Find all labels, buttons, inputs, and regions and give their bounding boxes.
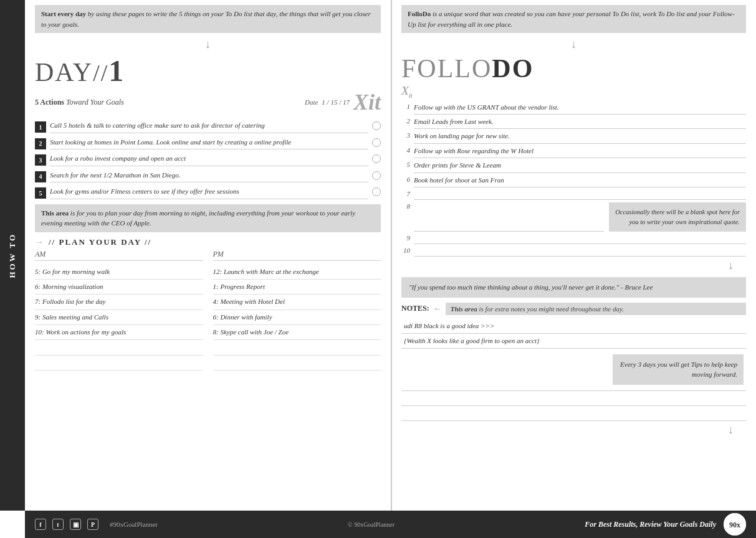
follo-num-10: 10 bbox=[401, 247, 410, 254]
follo-item-8-row: Occasionally there will be a blank spot … bbox=[414, 202, 746, 232]
follo-text-6: Book hotel for shoot at San Fran bbox=[414, 176, 746, 187]
notes-arrow-icon: ← bbox=[433, 304, 442, 314]
day-number: 1 bbox=[108, 54, 125, 88]
five-actions-rest: Toward Your Goals bbox=[64, 98, 124, 106]
notes-header: NOTES: ← This area is for extra notes yo… bbox=[401, 303, 746, 315]
quote-box: "If you spend too much time thinking abo… bbox=[401, 277, 746, 298]
action-item-5: 5 Look for gyms and/or Fitness centers t… bbox=[35, 186, 381, 199]
notes-section: NOTES: ← This area is for extra notes yo… bbox=[401, 303, 746, 421]
twitter-icon: t bbox=[52, 519, 64, 530]
pm-item-2: 1: Progress Report bbox=[213, 280, 381, 295]
follo-item-1: 1 Follow up with the US GRANT about the … bbox=[401, 103, 746, 115]
main-content: Start every day by using these pages to … bbox=[25, 0, 756, 511]
notes-item-5 bbox=[401, 406, 746, 421]
follo-item-5: 5 Order prints for Steve & Leeam bbox=[401, 161, 746, 172]
follo-text-3: Work on landing page for new site. bbox=[414, 131, 746, 143]
notes-label: NOTES: bbox=[401, 304, 429, 313]
action-text-4: Search for the next 1/2 Marathon in San … bbox=[50, 170, 368, 183]
follo-item-2: 2 Email Leads from Last week. bbox=[401, 117, 746, 129]
action-num-2: 2 bbox=[35, 138, 46, 149]
day-heading: DAY // 1 bbox=[35, 54, 381, 88]
action-num-5: 5 bbox=[35, 187, 46, 199]
intro-rest: by using these pages to write the 5 thin… bbox=[41, 10, 371, 28]
follo-num-9: 9 bbox=[401, 234, 410, 242]
notes-desc-bold: This area bbox=[451, 305, 477, 313]
arrow-down: ↓ bbox=[35, 38, 381, 51]
action-item-3: 3 Look for a robo invest company and ope… bbox=[35, 153, 381, 166]
follo-empty-10 bbox=[414, 247, 746, 257]
am-item-2: 6: Morning visualization bbox=[35, 280, 203, 295]
follo-empty-7 bbox=[414, 190, 746, 200]
follo-light: FOLLO bbox=[401, 54, 492, 83]
action-item-1: 1 Call 5 hotels & talk to catering offic… bbox=[35, 120, 381, 133]
follo-num-1: 1 bbox=[401, 103, 410, 110]
hashtag: #90xGoalPlanner bbox=[110, 521, 158, 528]
plan-intro: This area is for you to plan your day fr… bbox=[35, 204, 381, 232]
sidebar: HOW TO bbox=[0, 0, 25, 511]
day-word: DAY bbox=[35, 57, 93, 87]
instagram-icon: ▣ bbox=[70, 519, 81, 530]
follo-text-2: Email Leads from Last week. bbox=[414, 117, 746, 129]
follo-item-7: 7 bbox=[401, 190, 746, 200]
follo-item-6: 6 Book hotel for shoot at San Fran bbox=[401, 176, 746, 187]
left-panel: Start every day by using these pages to … bbox=[25, 0, 391, 511]
follo-intro-rest: is a unique word that was created so you… bbox=[408, 10, 735, 28]
notes-desc-rest: is for extra notes you might need throug… bbox=[477, 305, 624, 313]
action-text-5: Look for gyms and/or Fitness centers to … bbox=[50, 186, 368, 199]
am-item-1: 5: Go for my morning walk bbox=[35, 265, 203, 280]
svg-text:90x: 90x bbox=[729, 521, 740, 529]
follo-num-7: 7 bbox=[401, 190, 410, 197]
date-value: 1 / 15 / 17 bbox=[322, 98, 350, 106]
follo-item-3: 3 Work on landing page for new site. bbox=[401, 131, 746, 143]
follo-item-9: 9 bbox=[401, 234, 746, 244]
plan-heading-row: → // PLAN YOUR DAY // bbox=[35, 235, 381, 250]
sidebar-label: HOW TO bbox=[7, 233, 17, 278]
follo-num-8: 8 bbox=[401, 202, 410, 210]
am-item-7 bbox=[35, 356, 203, 370]
right-panel: FolloDo is a unique word that was create… bbox=[391, 0, 756, 511]
intro-box: Start every day by using these pages to … bbox=[35, 5, 381, 33]
pm-column: PM 12: Launch with Marc at the exchange … bbox=[213, 250, 381, 371]
footer: f t ▣ P #90xGoalPlanner © 90xGoalPlanner… bbox=[25, 511, 756, 538]
follo-intro-box: FolloDo is a unique word that was create… bbox=[401, 5, 746, 33]
five-actions-text: 5 Actions Toward Your Goals bbox=[35, 98, 124, 107]
tips-callout: Every 3 days you will get Tips to help k… bbox=[613, 354, 744, 385]
follo-text-1: Follow up with the US GRANT about the ve… bbox=[414, 103, 746, 115]
notes-item-4 bbox=[401, 391, 746, 406]
action-text-1: Call 5 hotels & talk to catering office … bbox=[50, 120, 368, 133]
pm-header: PM bbox=[213, 250, 381, 261]
footer-left: f t ▣ P #90xGoalPlanner bbox=[35, 519, 158, 530]
footer-right-group: For Best Results, Review Your Goals Dail… bbox=[585, 513, 746, 536]
pm-item-1: 12: Launch with Marc at the exchange bbox=[213, 265, 381, 280]
plan-arrow: → bbox=[35, 237, 44, 247]
follo-num-2: 2 bbox=[401, 117, 410, 125]
action-item-4: 4 Search for the next 1/2 Marathon in Sa… bbox=[35, 170, 381, 183]
follo-heading: FOLLODO bbox=[401, 54, 746, 83]
follo-num-6: 6 bbox=[401, 176, 410, 183]
follo-items-container: 1 Follow up with the US GRANT about the … bbox=[401, 103, 746, 257]
bottom-arrow: ↓ bbox=[401, 423, 746, 437]
follo-bold: DO bbox=[492, 54, 534, 83]
plan-heading: // PLAN YOUR DAY // bbox=[49, 237, 151, 247]
action-text-2: Start looking at homes in Point Loma. Lo… bbox=[50, 137, 368, 150]
am-header: AM bbox=[35, 250, 203, 261]
xit-large: Xit bbox=[353, 89, 381, 115]
action-num-3: 3 bbox=[35, 154, 46, 166]
action-text-3: Look for a robo invest company and open … bbox=[50, 153, 368, 166]
action-circle-5 bbox=[372, 187, 381, 196]
notes-desc: This area is for extra notes you might n… bbox=[446, 303, 746, 315]
am-item-4: 9: Sales meeting and Calls bbox=[35, 310, 203, 325]
am-column: AM 5: Go for my morning walk 6: Morning … bbox=[35, 250, 203, 371]
pm-item-7 bbox=[213, 356, 381, 370]
action-circle-1 bbox=[372, 121, 381, 130]
follo-num-4: 4 bbox=[401, 146, 410, 154]
pinterest-icon: P bbox=[87, 519, 98, 530]
footer-tagline: For Best Results, Review Your Goals Dail… bbox=[585, 520, 716, 529]
follo-empty-9 bbox=[414, 234, 746, 244]
callout-box: Occasionally there will be a blank spot … bbox=[609, 202, 746, 232]
pm-item-6 bbox=[213, 340, 381, 355]
xit-small: Xit bbox=[401, 85, 746, 99]
action-num-1: 1 bbox=[35, 121, 46, 133]
follo-text-5: Order prints for Steve & Leeam bbox=[414, 161, 746, 172]
pm-item-5: 8: Skype call with Joe / Zoe bbox=[213, 325, 381, 340]
